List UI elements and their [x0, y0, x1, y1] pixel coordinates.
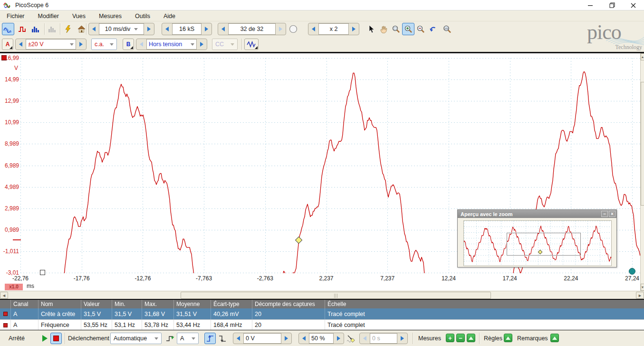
menu-modifier[interactable]: Modifier	[31, 11, 66, 21]
trigger-level-increase[interactable]	[281, 333, 291, 344]
trigger-level-input[interactable]: 0 V	[243, 333, 281, 344]
post-trigger-input[interactable]: 0 s	[370, 333, 397, 344]
header-decompte[interactable]: Décompte des captures	[252, 300, 325, 308]
alternate-view-button[interactable]	[46, 23, 58, 35]
measurement-row-peak-to-peak[interactable]: A Crête à crête 31,5 V 31,5 V 31,68 V 31…	[0, 308, 644, 319]
remove-measurement-button[interactable]: −	[456, 334, 465, 342]
range-a-decrease-button[interactable]	[16, 39, 26, 49]
channel-b-button[interactable]: B	[123, 39, 134, 50]
overview-minimize-button[interactable]: –	[601, 211, 608, 217]
menu-aide[interactable]: Aide	[157, 11, 182, 21]
menu-mesures[interactable]: Mesures	[92, 11, 128, 21]
persistence-view-button[interactable]	[16, 23, 29, 35]
header-nom[interactable]: Nom	[38, 300, 81, 308]
menu-fichier[interactable]: Fichier	[0, 11, 31, 21]
scroll-down-button[interactable]: ▼	[641, 284, 644, 291]
range-b-increase-button[interactable]	[197, 39, 207, 49]
pan-tool-button[interactable]	[377, 23, 390, 35]
marquee-zoom-button[interactable]	[390, 23, 402, 35]
header-canal[interactable]: Canal	[10, 300, 38, 308]
lightning-icon	[64, 25, 72, 33]
advanced-trigger-button[interactable]	[164, 333, 176, 344]
samples-input[interactable]: 16 kS	[172, 23, 202, 35]
zoom-overview-titlebar[interactable]: Aperçu avec le zoom – ×	[458, 210, 616, 218]
trigger-level-decrease[interactable]	[233, 333, 243, 344]
header-echelle[interactable]: Échelle	[325, 300, 644, 308]
channel-b-coupling-select[interactable]: CC	[212, 39, 238, 50]
buffer-overview-button[interactable]	[287, 23, 299, 35]
undo-zoom-button[interactable]	[427, 23, 439, 35]
header-valeur[interactable]: Valeur	[81, 300, 112, 308]
vertical-scrollbar[interactable]: ▲ ▼	[640, 53, 644, 291]
post-trigger-decrease[interactable]	[360, 333, 370, 344]
scroll-right-button[interactable]: ►	[636, 292, 644, 299]
scroll-left-button[interactable]: ◄	[0, 292, 8, 299]
post-trigger-increase[interactable]	[397, 333, 407, 344]
pre-trigger-input[interactable]: 50 %	[309, 333, 334, 344]
pointer-tool-button[interactable]	[365, 23, 377, 35]
range-b-decrease-button[interactable]	[136, 39, 146, 49]
axis-offset-handle[interactable]	[40, 270, 45, 275]
zoom-decrease-button[interactable]	[308, 23, 318, 35]
minimize-button[interactable]	[580, 0, 601, 10]
zoom-increase-button[interactable]	[349, 23, 359, 35]
channel-color-icon	[3, 312, 8, 316]
buffer-next-button[interactable]	[276, 23, 286, 35]
header-max[interactable]: Max.	[142, 300, 173, 308]
scope-view-button[interactable]	[2, 23, 14, 35]
horizontal-scrollbar[interactable]: ◄ ►	[0, 291, 644, 299]
run-button[interactable]	[39, 333, 50, 344]
close-button[interactable]	[623, 0, 644, 10]
timebase-decrease-button[interactable]	[89, 23, 99, 35]
zoom-full-button[interactable]: 100	[441, 23, 453, 35]
pre-trigger-increase[interactable]	[334, 333, 344, 344]
rulers-menu-button[interactable]	[504, 334, 512, 342]
menu-vues[interactable]: Vues	[66, 11, 92, 21]
signal-generator-button[interactable]	[244, 39, 259, 50]
channel-a-button[interactable]: A	[2, 39, 13, 50]
trigger-source-select[interactable]: A	[177, 333, 199, 344]
compass-icon	[289, 25, 298, 33]
header-ecart-type[interactable]: Écart-type	[211, 300, 252, 308]
scroll-up-button[interactable]: ▲	[641, 53, 644, 60]
zoom-region-rect[interactable]	[507, 233, 581, 256]
samples-decrease-button[interactable]	[162, 23, 172, 35]
channel-b-range-select[interactable]: Hors tension	[146, 39, 197, 49]
horizontal-scroll-thumb[interactable]	[181, 292, 491, 299]
buffer-position-box[interactable]: 32 de 32	[228, 23, 276, 35]
measurement-row-frequency[interactable]: A Fréquence 53,55 Hz 53,1 Hz 53,78 Hz 53…	[0, 319, 644, 330]
trigger-mode-select[interactable]: Automatique	[110, 333, 162, 344]
add-measurement-button[interactable]: +	[446, 334, 454, 342]
channel-a-zero-marker[interactable]	[13, 239, 21, 240]
buffer-prev-button[interactable]	[218, 23, 228, 35]
header-moyenne[interactable]: Moyenne	[173, 300, 211, 308]
post-trigger-value: 0 s	[372, 335, 380, 342]
timebase-increase-button[interactable]	[144, 23, 154, 35]
vertical-scroll-thumb[interactable]	[641, 82, 644, 206]
x-axis-tick-label: -12,76	[135, 275, 151, 282]
auto-setup-button[interactable]	[62, 23, 74, 35]
zoom-factor-box[interactable]: x 2	[318, 23, 349, 35]
measurement-menu-button[interactable]	[467, 334, 475, 342]
samples-increase-button[interactable]	[202, 23, 211, 35]
zoom-out-button[interactable]	[414, 23, 427, 35]
spectrum-view-button[interactable]	[29, 23, 42, 35]
restore-button[interactable]	[601, 0, 623, 10]
pre-trigger-decrease[interactable]	[299, 333, 309, 344]
menu-outils[interactable]: Outils	[128, 11, 157, 21]
channel-a-range-select[interactable]: ±20 V	[26, 39, 76, 49]
note-marker[interactable]	[629, 268, 635, 275]
range-a-increase-button[interactable]	[76, 39, 86, 49]
rising-edge-button[interactable]	[204, 333, 216, 344]
overview-close-button[interactable]: ×	[609, 211, 615, 217]
zoom-overview-window[interactable]: Aperçu avec le zoom – ×	[457, 209, 617, 267]
timebase-select[interactable]: 10 ms/div	[99, 23, 144, 35]
zoom-out-icon	[417, 25, 425, 33]
falling-edge-button[interactable]	[217, 333, 228, 344]
zoom-in-button[interactable]	[402, 23, 414, 35]
stop-button[interactable]	[50, 333, 62, 344]
channel-a-coupling-select[interactable]: c.a.	[91, 39, 117, 50]
header-min[interactable]: Min.	[112, 300, 142, 308]
trigger-time-marker-button[interactable]	[345, 333, 356, 344]
notes-menu-button[interactable]	[550, 334, 559, 342]
